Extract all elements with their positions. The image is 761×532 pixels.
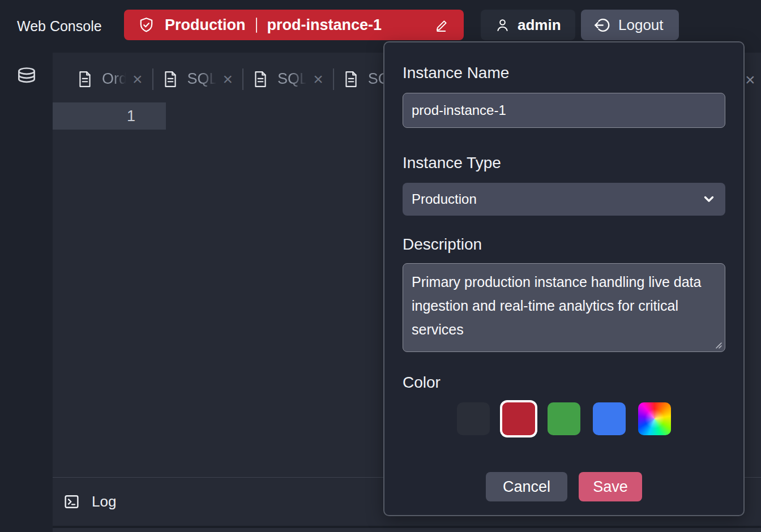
color-swatch-blue[interactable] <box>593 402 626 435</box>
instance-type-label: Instance Type <box>403 154 725 171</box>
logout-icon <box>593 16 611 34</box>
tab-sql-2[interactable]: SQL × <box>253 70 323 88</box>
badge-separator <box>256 18 257 33</box>
app-title: Web Console <box>17 0 102 53</box>
edit-instance-modal: Instance Name Instance Type Production D… <box>383 41 745 516</box>
line-number: 1 <box>127 108 135 125</box>
tab-label: SQL <box>187 70 218 88</box>
description-textarea[interactable]: Primary production instance handling liv… <box>403 263 725 352</box>
user-icon <box>495 18 510 33</box>
tab-divider <box>242 68 243 90</box>
description-label: Description <box>403 235 725 253</box>
color-swatch-row <box>403 402 725 435</box>
partial-tab-close-icon[interactable]: × <box>745 71 755 88</box>
tab-orders[interactable]: Ord × <box>78 70 143 88</box>
color-swatch-red-selected[interactable] <box>502 402 535 435</box>
file-icon <box>78 71 92 88</box>
instance-type-select[interactable]: Production <box>403 183 725 216</box>
file-icon <box>253 71 268 88</box>
terminal-icon <box>63 494 80 510</box>
logout-label: Logout <box>618 16 664 34</box>
tab-close-icon[interactable]: × <box>223 71 233 88</box>
description-textarea-wrap: Primary production instance handling liv… <box>403 263 725 352</box>
user-name: admin <box>518 16 561 34</box>
bottom-status-strip <box>53 528 761 532</box>
tab-close-icon[interactable]: × <box>313 71 323 88</box>
chevron-down-icon <box>702 192 716 206</box>
log-label: Log <box>92 493 116 510</box>
instance-name-label: Instance Name <box>403 64 725 81</box>
instance-name-label: prod-instance-1 <box>267 16 382 34</box>
tab-sql-1[interactable]: SQL × <box>163 70 233 88</box>
instance-type-value: Production <box>412 191 477 207</box>
environment-label: Production <box>165 16 246 34</box>
web-console-screen: Web Console Production prod-instance-1 <box>0 0 761 532</box>
save-button[interactable]: Save <box>579 472 642 501</box>
resize-handle-icon[interactable] <box>715 341 722 349</box>
instance-badge[interactable]: Production prod-instance-1 <box>124 10 464 40</box>
tab-close-icon[interactable]: × <box>132 71 143 88</box>
color-swatch-green[interactable] <box>548 402 580 435</box>
database-icon[interactable] <box>15 65 38 532</box>
file-icon <box>163 71 178 88</box>
editor-active-line-gutter[interactable]: 1 <box>53 102 166 130</box>
modal-actions: Cancel Save <box>403 472 725 501</box>
edit-instance-icon[interactable] <box>434 17 450 33</box>
user-chip[interactable]: admin <box>481 10 575 40</box>
cancel-button[interactable]: Cancel <box>486 472 567 501</box>
color-swatch-custom-rainbow[interactable] <box>638 402 671 435</box>
instance-name-input[interactable] <box>403 93 725 128</box>
logout-button[interactable]: Logout <box>581 10 679 40</box>
tab-divider <box>333 68 334 90</box>
shield-check-icon <box>138 16 155 34</box>
color-label: Color <box>403 374 725 391</box>
color-swatch-default-dark[interactable] <box>457 402 490 435</box>
tab-label: Ord <box>102 70 127 88</box>
tab-label: SQL <box>277 70 308 88</box>
left-sidebar <box>0 53 53 532</box>
tab-divider <box>152 68 153 90</box>
file-icon <box>344 71 358 88</box>
